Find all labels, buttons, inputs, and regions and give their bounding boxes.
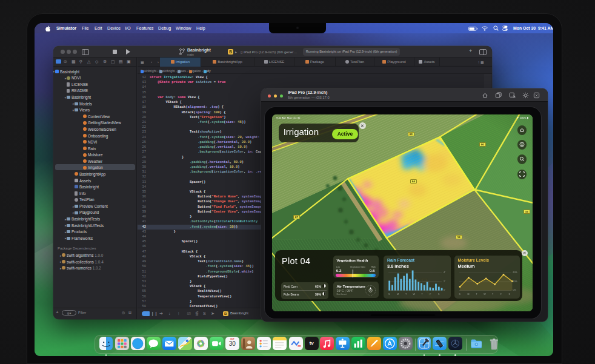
svg-text:N: N <box>370 290 371 292</box>
